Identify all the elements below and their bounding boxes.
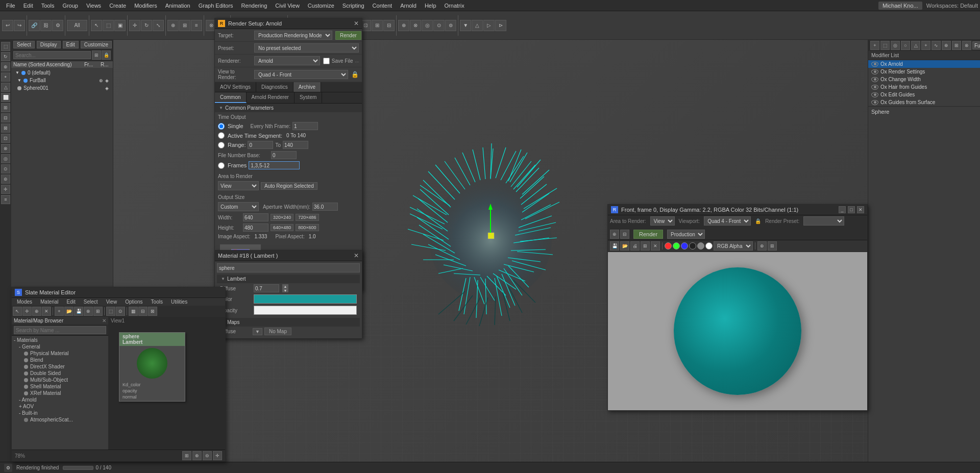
tool11[interactable]: ⊗ xyxy=(410,20,421,31)
scene-search-input[interactable] xyxy=(13,51,91,59)
maps-header[interactable]: ▼ Maps xyxy=(217,318,360,327)
rw-viewport-select[interactable]: Quad 4 - Front xyxy=(704,216,751,226)
opacity-swatch[interactable] xyxy=(254,306,357,315)
rp-util-btn[interactable]: ⊗ xyxy=(962,41,971,50)
menu-content[interactable]: Content xyxy=(369,2,397,10)
save-file-check[interactable] xyxy=(323,58,330,64)
sme-nav-zoom-in[interactable]: ⊕ xyxy=(192,451,202,460)
menu-customize[interactable]: Customize xyxy=(304,2,338,10)
unlink-btn[interactable]: ⛓ xyxy=(40,20,52,31)
mod-eye-icon-6[interactable] xyxy=(871,100,878,105)
sme-tree-builtin[interactable]: - Built-in xyxy=(12,410,108,416)
menu-rendering[interactable]: Rendering xyxy=(237,2,272,10)
frames-input[interactable] xyxy=(249,161,300,169)
sme-option1[interactable]: ▦ xyxy=(129,307,138,316)
sme-tree-physical[interactable]: Physical Material xyxy=(12,350,108,357)
menu-file[interactable]: File xyxy=(2,2,19,10)
window-btn[interactable]: ▣ xyxy=(114,20,126,31)
customize-btn-tab[interactable]: Customize xyxy=(81,41,112,48)
move-btn[interactable]: ✛ xyxy=(129,20,140,31)
sme-select-btn[interactable]: ↖ xyxy=(13,307,22,316)
rw-icon-close[interactable]: ✕ xyxy=(651,241,660,251)
aperture-input[interactable] xyxy=(312,203,338,211)
tool8[interactable]: ⊞ xyxy=(372,20,383,31)
color-dot-red[interactable] xyxy=(665,242,672,250)
range-from-input[interactable] xyxy=(248,141,273,149)
left-icon-14[interactable]: ⊚ xyxy=(1,175,10,184)
left-icon-9[interactable]: ⊠ xyxy=(1,123,10,133)
left-icon-2[interactable]: ↻ xyxy=(1,52,10,61)
render-button[interactable]: Render xyxy=(335,31,361,40)
mat-name-input[interactable] xyxy=(217,263,360,272)
sme-tree-double-sided[interactable]: Double Sided xyxy=(12,370,108,377)
rp-layout-btn[interactable]: ⬚ xyxy=(880,41,890,50)
color-dot-grey[interactable] xyxy=(697,242,704,250)
menu-arnold[interactable]: Arnold xyxy=(396,2,421,10)
menu-help[interactable]: Help xyxy=(421,2,440,10)
sme-browser-close[interactable]: ✕ xyxy=(102,318,106,323)
tree-item-furball[interactable]: ▼ FurBall ⊕ ◈ xyxy=(11,77,113,84)
auto-region-btn[interactable]: Auto Region Selected xyxy=(261,182,317,190)
left-icon-8[interactable]: ⊟ xyxy=(1,113,10,122)
sme-tree-directx[interactable]: DirectX Shader xyxy=(12,363,108,370)
sme-nav-zoom-out[interactable]: ⊖ xyxy=(203,451,212,460)
rw-render-btn[interactable]: Render xyxy=(633,230,663,239)
common-params-header[interactable]: ▼ Common Parameters xyxy=(215,104,362,112)
sme-show-btn[interactable]: ⊞ xyxy=(93,307,103,316)
tab-arnold-renderer[interactable]: Arnold Renderer xyxy=(247,92,295,103)
sme-pick-btn[interactable]: ⊕ xyxy=(32,307,41,316)
rp-space-btn[interactable]: ∿ xyxy=(932,41,941,50)
sme-menu-options[interactable]: Options xyxy=(122,298,145,305)
sme-menu-view[interactable]: View xyxy=(103,298,120,305)
preset-select[interactable]: No preset selected xyxy=(254,43,359,53)
tool9[interactable]: ⊟ xyxy=(383,20,395,31)
tool17[interactable]: ▷ xyxy=(483,20,495,31)
left-icon-10[interactable]: ⊡ xyxy=(1,134,10,143)
rw-icon-copy[interactable]: ⊞ xyxy=(641,241,650,251)
rw-icon-fit[interactable]: ⊞ xyxy=(768,241,777,251)
preset1-btn[interactable]: 320×240 xyxy=(271,214,293,221)
rw-channel-select[interactable]: RGB Alpha xyxy=(714,241,753,251)
left-icon-1[interactable]: ⬚ xyxy=(1,42,10,51)
renderer-select[interactable]: Arnold xyxy=(254,56,320,65)
sme-nav-pan[interactable]: ✛ xyxy=(213,451,222,460)
region-btn[interactable]: ⬚ xyxy=(103,20,114,31)
map-toggle-btn[interactable]: ▼ xyxy=(253,328,262,335)
rp-helper-btn[interactable]: + xyxy=(921,41,930,50)
rw-preset-icon1[interactable]: ⊕ xyxy=(610,230,619,239)
lock-view-icon[interactable]: 🔒 xyxy=(351,71,359,78)
color-dot-green[interactable] xyxy=(673,242,680,250)
left-icon-13[interactable]: ⊙ xyxy=(1,164,10,173)
redo-btn[interactable]: ↪ xyxy=(14,20,25,31)
mod-eye-icon-2[interactable] xyxy=(871,69,878,74)
left-icon-3[interactable]: ⊕ xyxy=(1,62,10,71)
sme-tree-materials[interactable]: - Materials xyxy=(12,337,108,343)
sme-search-input[interactable] xyxy=(14,326,106,334)
rw-lock-icon[interactable]: 🔒 xyxy=(755,218,761,224)
sme-option2[interactable]: ⊟ xyxy=(138,307,148,316)
tool10[interactable]: ⊕ xyxy=(398,20,409,31)
view-to-render-select[interactable]: Quad 4 - Front xyxy=(254,70,348,79)
color-dot-white[interactable] xyxy=(705,242,713,250)
mat18-close[interactable]: ✕ xyxy=(354,252,359,259)
menu-animation[interactable]: Animation xyxy=(161,2,194,10)
sme-tree-aov[interactable]: + AOV xyxy=(12,403,108,410)
sme-tree-arnold[interactable]: - Arnold xyxy=(12,396,108,403)
rw-preset-icon2[interactable]: ⊟ xyxy=(620,230,629,239)
left-icon-15[interactable]: ✛ xyxy=(1,185,10,194)
tool15[interactable]: ▼ xyxy=(460,20,471,31)
diffuse-up[interactable]: ▲ xyxy=(282,284,288,288)
rp-add-btn[interactable]: + xyxy=(870,41,879,50)
rw-icon-open[interactable]: 📂 xyxy=(620,241,629,251)
sme-menu-tools[interactable]: Tools xyxy=(148,298,166,305)
sme-tree-multi-sub[interactable]: Multi/Sub-Object xyxy=(12,377,108,383)
tool14[interactable]: ⊚ xyxy=(445,20,456,31)
sme-open-btn[interactable]: 📂 xyxy=(64,307,74,316)
sme-tree-shell[interactable]: Shell Material xyxy=(12,383,108,390)
color-dot-blue[interactable] xyxy=(681,242,688,250)
rw-minimize[interactable]: _ xyxy=(839,206,846,213)
menu-create[interactable]: Create xyxy=(105,2,130,10)
left-icon-4[interactable]: ⚬ xyxy=(1,72,10,82)
scale-btn[interactable]: ⤡ xyxy=(153,20,164,31)
sme-new-btn[interactable]: + xyxy=(55,307,64,316)
